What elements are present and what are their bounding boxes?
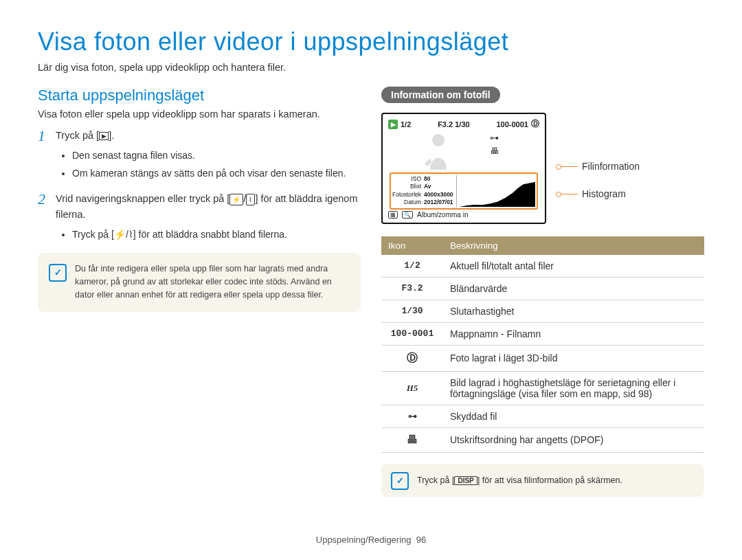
table-row: ⊶ Skyddad fil	[381, 405, 704, 427]
flash-value: Av	[424, 183, 453, 190]
icon-cell: F3.2	[381, 277, 443, 300]
callout-line	[559, 194, 578, 194]
play-mode-icon: ▶	[388, 120, 398, 129]
file-info-box: ISO Blixt Fotostorlek Datum 80 Av 4000x3…	[390, 172, 538, 210]
two-column-layout: Starta uppspelningsläget Visa foton elle…	[38, 87, 704, 497]
screen-top-bar: ▶ 1/2 F3.2 1/30 100-0001 Ⓓ	[387, 118, 541, 130]
callout-line	[559, 166, 578, 167]
tip-icon: ✓	[391, 472, 409, 490]
date-value: 2012/07/01	[424, 199, 453, 206]
step-text: Vrid navigeringsknappen eller tryck på [	[56, 193, 229, 204]
d-icon: Ⓓ	[531, 118, 539, 130]
table-row: Foto lagrat i läget 3D-bild	[381, 345, 704, 371]
bullet: Om kameran stängs av sätts den på och vi…	[72, 166, 346, 181]
size-value: 4000x3000	[424, 191, 453, 199]
date-label: Datum	[392, 199, 421, 206]
table-row: Utskriftsordning har angetts (DPOF)	[381, 427, 704, 452]
lock-icon: ⊶	[490, 133, 499, 144]
hs-icon: H5	[381, 371, 443, 405]
step-bullets: Den senast tagna filen visas. Om kameran…	[56, 148, 346, 181]
icon-cell: 1/30	[381, 300, 443, 322]
th-icon: Ikon	[381, 236, 443, 255]
desc-cell: Foto lagrat i läget 3D-bild	[443, 345, 704, 371]
tip-box: ✓ Tryck på [DISP] för att visa filinform…	[381, 464, 704, 497]
aperture-value: F3.2	[438, 120, 453, 128]
page-title: Visa foton eller videor i uppspelningslä…	[38, 27, 704, 56]
desc-cell: Utskriftsordning har angetts (DPOF)	[443, 427, 704, 452]
screen-illustration-wrap: ▶ 1/2 F3.2 1/30 100-0001 Ⓓ	[381, 113, 704, 224]
note-icon: ✓	[49, 264, 67, 282]
screen-bottom-bar: ▦ 🔍 Album/zomma in	[387, 210, 541, 219]
table-row: 1/30 Slutarhastighet	[381, 300, 704, 322]
desc-cell: Mappnamn - Filnamn	[443, 322, 704, 345]
step-number: 2	[38, 191, 49, 245]
footer: Uppspelning/Redigering 96	[0, 535, 742, 545]
step-bullets: Tryck på [⚡/⌇] för att bläddra snabbt bl…	[56, 227, 361, 242]
left-column: Starta uppspelningsläget Visa foton elle…	[38, 87, 361, 497]
bullet: Den senast tagna filen visas.	[72, 148, 346, 163]
page-number: 96	[416, 535, 426, 545]
footer-section: Uppspelning/Redigering	[316, 535, 412, 545]
step-text: Tryck på [	[56, 130, 99, 141]
disp-key: DISP	[454, 476, 477, 485]
flash-icon	[229, 194, 243, 205]
flash-label: Blixt	[392, 183, 421, 190]
section-intro: Visa foton eller spela upp videoklipp so…	[38, 109, 361, 120]
histogram-graphic	[456, 175, 535, 207]
d3-icon	[381, 345, 443, 371]
right-column: Information om fotofil ▶ 1/2 F3.2 1/30 1…	[381, 87, 704, 497]
desc-cell: Bländarvärde	[443, 277, 704, 300]
step-text-suffix: ].	[109, 130, 114, 141]
icon-cell: 1/2	[381, 255, 443, 278]
callout-file-info: Filinformation	[582, 161, 640, 172]
grid-icon: ▦	[388, 211, 398, 219]
bottom-label: Album/zomma in	[417, 211, 468, 219]
bullet: Tryck på [⚡/⌇] för att bläddra snabbt bl…	[72, 227, 361, 242]
icon-description-table: Ikon Beskrivning 1/2 Aktuell fil/totalt …	[381, 236, 704, 453]
section-heading: Starta uppspelningsläget	[38, 87, 361, 104]
iso-label: ISO	[392, 175, 421, 183]
table-row: H5 Bild lagrad i höghastighetsläge för s…	[381, 371, 704, 405]
icon-cell: 100-0001	[381, 322, 443, 345]
desc-cell: Bild lagrad i höghastighetsläge för seri…	[443, 371, 704, 405]
note-text: Du får inte redigera eller spela upp fil…	[75, 262, 350, 302]
steps-list: 1 Tryck på []. Den senast tagna filen vi…	[38, 128, 361, 245]
step-2: 2 Vrid navigeringsknappen eller tryck på…	[38, 191, 361, 245]
print-icon	[381, 427, 443, 452]
callout-histogram: Histogram	[582, 188, 626, 199]
svg-point-0	[432, 134, 445, 146]
step-number: 1	[38, 128, 49, 183]
file-counter: 1/2	[401, 120, 411, 128]
camera-screen: ▶ 1/2 F3.2 1/30 100-0001 Ⓓ	[381, 113, 546, 224]
desc-cell: Aktuell fil/totalt antal filer	[443, 255, 704, 278]
th-desc: Beskrivning	[443, 236, 704, 255]
step-1: 1 Tryck på []. Den senast tagna filen vi…	[38, 128, 361, 183]
wifi-icon	[246, 194, 255, 205]
note-box: ✓ Du får inte redigera eller spela upp f…	[38, 253, 361, 312]
page: Visa foton eller videor i uppspelningslä…	[0, 0, 742, 560]
desc-cell: Skyddad fil	[443, 405, 704, 427]
side-icons: ⊶ 🖶	[490, 133, 499, 171]
lock-icon: ⊶	[381, 405, 443, 427]
tip-text: Tryck på [DISP] för att visa filinformat…	[417, 475, 622, 485]
shutter-value: 1/30	[455, 120, 469, 128]
folder-file-name: 100-0001	[496, 120, 528, 128]
table-row: 100-0001 Mappnamn - Filnamn	[381, 322, 704, 345]
print-icon: 🖶	[490, 146, 499, 157]
desc-cell: Slutarhastighet	[443, 300, 704, 322]
callouts: Filinformation Histogram	[559, 113, 640, 199]
info-pill: Information om fotofil	[381, 87, 500, 103]
page-subtitle: Lär dig visa foton, spela upp videoklipp…	[38, 62, 704, 73]
play-icon	[99, 132, 109, 140]
table-row: 1/2 Aktuell fil/totalt antal filer	[381, 255, 704, 278]
iso-value: 80	[424, 175, 453, 183]
table-row: F3.2 Bländarvärde	[381, 277, 704, 300]
zoom-icon: 🔍	[402, 211, 413, 219]
photo-silhouette	[387, 130, 490, 171]
size-label: Fotostorlek	[392, 191, 421, 199]
